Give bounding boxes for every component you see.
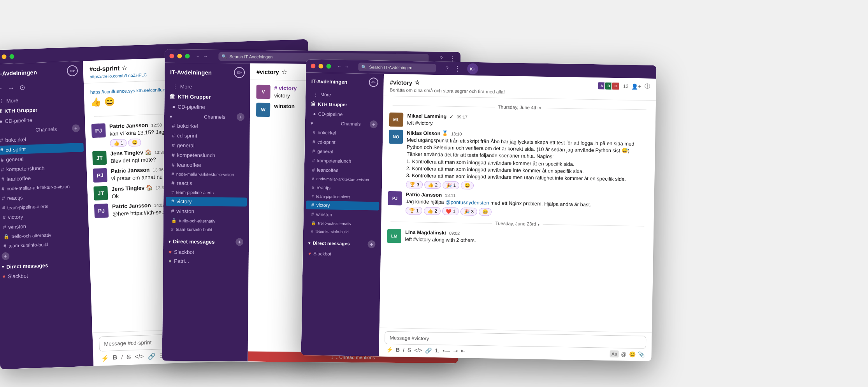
bold-icon-1[interactable]: B [112,354,117,361]
add-dm-button-2[interactable]: + [235,238,243,246]
nav-forward-3[interactable]: → [344,64,349,69]
reaction-trophy-3[interactable]: 🏆 3 [406,181,423,189]
sidebar-kursinfo-3[interactable]: # team-kursinfo-build [306,227,379,236]
minimize-dot-2[interactable] [177,54,182,58]
channel-link-1[interactable]: https://trello.com/b/LnoZHFLC [90,72,147,79]
lightning-icon-3[interactable]: ⚡ [386,347,393,354]
sidebar-general-2[interactable]: # general [166,141,247,151]
aa-icon-3[interactable]: Aa [610,350,619,357]
channels-arrow-2[interactable]: ▾ [170,113,202,120]
nav-back-2[interactable]: ← [196,54,200,58]
search-bar-3[interactable]: 🔍 Search IT-Avdelningen [358,63,436,72]
minimize-dot-3[interactable] [318,64,323,69]
star-icon-2[interactable]: ☆ [281,68,286,76]
link-icon-3[interactable]: 🔗 [425,347,432,354]
sidebar-reactjs-2[interactable]: # reactjs [166,179,247,188]
dm-slackbot-2[interactable]: ♥ Slackbot [163,248,249,257]
sidebar-team-pipeline-3[interactable]: # team-pipeline-alerts [306,192,379,201]
group-header-3[interactable]: 🏛 KTH Grupper [305,99,383,110]
more-button-3[interactable]: ⋮ More [308,90,381,100]
add-channel-button-2[interactable]: + [237,113,244,121]
dm-header-3[interactable]: ▾ Direct messages + [303,237,381,250]
date-chevron-thu-3[interactable]: ▾ [539,106,541,110]
workspace-name-2[interactable]: IT-Avdelningen [170,69,212,76]
thumbsup-reaction-1[interactable]: 👍 [90,97,101,107]
sidebar-leancoffee-2[interactable]: # leancoffee [166,160,247,170]
sidebar-bokcirkel-3[interactable]: # bokcirkel [307,128,380,138]
sidebar-winston-2[interactable]: # winston [166,207,247,216]
strikethrough-icon-3[interactable]: S [408,347,411,354]
reaction-smile2-3[interactable]: 😄 [479,208,492,216]
reaction-party-3[interactable]: 🎉 1 [443,181,459,189]
code-icon-1[interactable]: </> [135,353,144,361]
workspace-name-3[interactable]: IT-Avdelningen [311,78,348,85]
link-icon-1[interactable]: 🔗 [148,353,156,361]
help-icon-2[interactable]: ? [439,55,443,62]
user-avatar-3[interactable]: KT [467,63,478,74]
outdent-icon-3[interactable]: ⇤ [461,348,466,355]
sidebar-trello-2[interactable]: 🔒 trello-och-alternativ [166,216,247,225]
sidebar-cd-pipeline-3[interactable]: ● CD-pipeline [307,109,381,119]
add-channel-bottom-1[interactable]: + [2,252,10,260]
minimize-dot-1[interactable] [2,55,6,59]
close-dot-2[interactable] [169,54,174,58]
nav-back-3[interactable]: ← [337,64,341,69]
sidebar-winston-3[interactable]: # winston [306,210,379,220]
maximize-dot-3[interactable] [326,64,331,69]
code-icon-3[interactable]: </> [414,347,422,354]
sidebar-cd-sprint-3[interactable]: # cd-sprint [307,137,380,147]
nav-forward-2[interactable]: → [203,54,207,59]
dm-header-2[interactable]: ▾ Direct messages + [163,235,249,248]
workspace-name-1[interactable]: IT-Avdelningen [0,69,37,77]
dm-patri-2[interactable]: ● Patri... [163,257,249,266]
italic-icon-1[interactable]: I [121,354,123,361]
channels-arrow-3[interactable]: ▾ [311,120,339,127]
reaction-trophy2-3[interactable]: 🏆 1 [406,207,422,215]
bold-icon-3[interactable]: B [396,347,400,354]
emoji-icon-3[interactable]: 😊 [629,351,635,357]
sidebar-node-2[interactable]: # node-mallar-arkitektur-o-vision [166,170,247,179]
sidebar-kompetenslunch-3[interactable]: # kompetenslunch [307,156,380,166]
lightning-icon-1[interactable]: ⚡ [101,354,109,362]
sidebar-node-3[interactable]: # node-mallar-arkitektur-o-vision [306,175,380,183]
sidebar-cd-pipeline-2[interactable]: ● CD-pipeline [167,102,248,112]
ul-icon-3[interactable]: •— [443,347,450,354]
reaction-smile-1[interactable]: 😄 [128,138,141,146]
reaction-smile-3[interactable]: 😄 [461,181,474,190]
sidebar-kompetenslunch-2[interactable]: # kompetenslunch [166,151,247,160]
add-member-icon-3[interactable]: 👤+ [631,83,641,90]
strikethrough-icon-1[interactable]: S [127,354,131,361]
back-icon-1[interactable]: ← [0,84,3,93]
sidebar-team-pipeline-2[interactable]: # team-pipeline-alerts [166,188,247,197]
date-chevron-tue-3[interactable]: ▾ [538,222,539,226]
channels-arrow-1[interactable]: ▾ [0,127,34,134]
compose-button-2[interactable]: ✏ [234,67,245,78]
sidebar-bokcirkel-2[interactable]: # bokcirkel [167,121,248,131]
reaction-heart-3[interactable]: ❤️ 1 [442,208,459,216]
close-dot-3[interactable] [311,63,315,68]
add-dm-button-3[interactable]: + [367,240,375,248]
star-icon-1[interactable]: ☆ [122,64,128,72]
star-icon-3[interactable]: ☆ [415,79,420,86]
add-channel-button-1[interactable]: + [72,124,80,132]
sidebar-kursinfo-2[interactable]: # team-kursinfo-build [165,225,246,234]
at-icon-3[interactable]: @ [621,351,626,357]
more-button-2[interactable]: ⋮ More [167,82,248,92]
compose-button-3[interactable]: ✏ [369,77,378,87]
sidebar-victory-3[interactable]: # victory [306,201,379,210]
reaction-thumbsup-3[interactable]: 👍 2 [424,181,441,189]
italic-icon-3[interactable]: I [403,347,404,354]
attach-icon-3[interactable]: 📎 [638,351,644,357]
sidebar-general-3[interactable]: # general [307,147,380,157]
add-channel-button-3[interactable]: + [370,120,378,128]
indent-icon-3[interactable]: ⇥ [453,348,458,355]
help-icon-3[interactable]: ? [445,65,448,71]
sidebar-leancoffee-3[interactable]: # leancoffee [307,165,380,175]
sidebar-reactjs-3[interactable]: # reactjs [306,183,380,193]
ol-icon-3[interactable]: 1. [435,347,439,354]
sidebar-trello-3[interactable]: 🔒 trello-och-alternativ [306,219,379,228]
more-dots-3[interactable]: ⋮ [454,64,461,73]
info-icon-3[interactable]: ⓘ [644,83,650,90]
sidebar-cd-sprint-2[interactable]: # cd-sprint [166,131,247,141]
sidebar-victory-2[interactable]: # victory [166,197,247,207]
